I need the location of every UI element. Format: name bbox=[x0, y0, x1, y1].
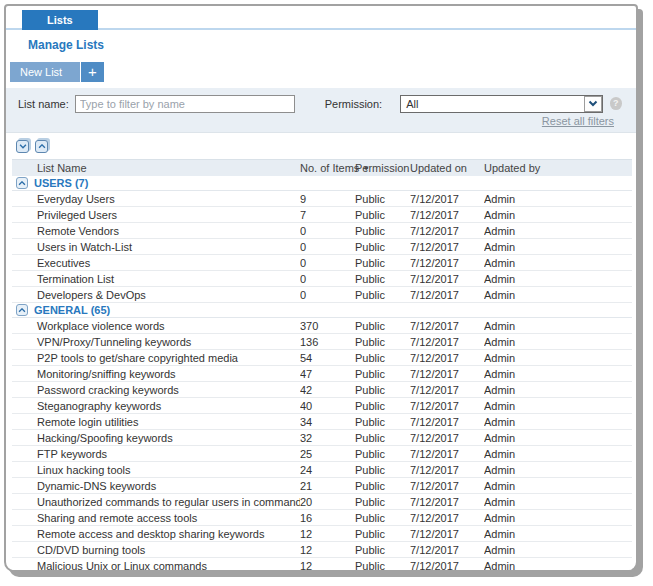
cell-list-name: Privileged Users bbox=[12, 209, 300, 221]
table-row[interactable]: Remote login utilities 34 Public 7/12/20… bbox=[12, 414, 632, 430]
cell-updated-by: Admin bbox=[484, 400, 632, 412]
table-row[interactable]: Remote access and desktop sharing keywor… bbox=[12, 526, 632, 542]
cell-list-name: CD/DVD burning tools bbox=[12, 544, 300, 556]
cell-items: 0 bbox=[300, 257, 355, 269]
table-row[interactable]: Privileged Users 7 Public 7/12/2017 Admi… bbox=[12, 207, 632, 223]
table-row[interactable]: P2P tools to get/share copyrighted media… bbox=[12, 350, 632, 366]
cell-updated-by: Admin bbox=[484, 528, 632, 540]
group-toggle-toolbar bbox=[6, 133, 636, 157]
lists-table: List Name No. of Items▼ Permission Updat… bbox=[12, 159, 632, 572]
cell-updated-by: Admin bbox=[484, 320, 632, 332]
new-list-label: New List bbox=[10, 62, 80, 82]
table-row[interactable]: Users in Watch-List 0 Public 7/12/2017 A… bbox=[12, 239, 632, 255]
cell-list-name: Workplace violence words bbox=[12, 320, 300, 332]
column-header-no-of-items[interactable]: No. of Items▼ bbox=[300, 162, 355, 174]
cell-updated-by: Admin bbox=[484, 209, 632, 221]
table-row[interactable]: Linux hacking tools 24 Public 7/12/2017 … bbox=[12, 462, 632, 478]
column-header-permission[interactable]: Permission bbox=[355, 162, 410, 174]
table-row[interactable]: VPN/Proxy/Tunneling keywords 136 Public … bbox=[12, 334, 632, 350]
table-row[interactable]: Hacking/Spoofing keywords 32 Public 7/12… bbox=[12, 430, 632, 446]
cell-list-name: Sharing and remote access tools bbox=[12, 512, 300, 524]
cell-permission: Public bbox=[355, 368, 410, 380]
table-row[interactable]: Dynamic-DNS keywords 21 Public 7/12/2017… bbox=[12, 478, 632, 494]
table-row[interactable]: Workplace violence words 370 Public 7/12… bbox=[12, 318, 632, 334]
collapse-group-icon[interactable] bbox=[16, 177, 28, 189]
cell-list-name: Termination List bbox=[12, 273, 300, 285]
cell-items: 42 bbox=[300, 384, 355, 396]
cell-list-name: VPN/Proxy/Tunneling keywords bbox=[12, 336, 300, 348]
cell-items: 21 bbox=[300, 480, 355, 492]
table-row[interactable]: Termination List 0 Public 7/12/2017 Admi… bbox=[12, 271, 632, 287]
cell-items: 20 bbox=[300, 496, 355, 508]
table-row[interactable]: Sharing and remote access tools 16 Publi… bbox=[12, 510, 632, 526]
table-row[interactable]: Password cracking keywords 42 Public 7/1… bbox=[12, 382, 632, 398]
cell-list-name: Linux hacking tools bbox=[12, 464, 300, 476]
group-header-row[interactable]: USERS (7) bbox=[12, 176, 632, 191]
cell-updated-by: Admin bbox=[484, 560, 632, 572]
cell-permission: Public bbox=[355, 448, 410, 460]
cell-updated-by: Admin bbox=[484, 225, 632, 237]
new-list-button[interactable]: New List + bbox=[10, 62, 104, 82]
cell-updated-on: 7/12/2017 bbox=[410, 416, 484, 428]
cell-items: 0 bbox=[300, 241, 355, 253]
cell-items: 24 bbox=[300, 464, 355, 476]
cell-updated-by: Admin bbox=[484, 480, 632, 492]
cell-updated-by: Admin bbox=[484, 496, 632, 508]
cell-updated-on: 7/12/2017 bbox=[410, 209, 484, 221]
cell-updated-on: 7/12/2017 bbox=[410, 464, 484, 476]
cell-list-name: Unauthorized commands to regular users i… bbox=[12, 496, 300, 508]
cell-updated-on: 7/12/2017 bbox=[410, 512, 484, 524]
column-header-updated-on[interactable]: Updated on bbox=[410, 162, 484, 174]
cell-permission: Public bbox=[355, 193, 410, 205]
cell-updated-by: Admin bbox=[484, 368, 632, 380]
cell-permission: Public bbox=[355, 241, 410, 253]
cell-list-name: Monitoring/sniffing keywords bbox=[12, 368, 300, 380]
cell-updated-on: 7/12/2017 bbox=[410, 560, 484, 572]
table-row[interactable]: Developers & DevOps 0 Public 7/12/2017 A… bbox=[12, 287, 632, 303]
help-icon[interactable]: ? bbox=[610, 97, 622, 110]
table-row[interactable]: Remote Vendors 0 Public 7/12/2017 Admin bbox=[12, 223, 632, 239]
cell-permission: Public bbox=[355, 209, 410, 221]
table-row[interactable]: CD/DVD burning tools 12 Public 7/12/2017… bbox=[12, 542, 632, 558]
table-row[interactable]: FTP keywords 25 Public 7/12/2017 Admin bbox=[12, 446, 632, 462]
table-row[interactable]: Everyday Users 9 Public 7/12/2017 Admin bbox=[12, 191, 632, 207]
cell-permission: Public bbox=[355, 560, 410, 572]
cell-updated-by: Admin bbox=[484, 512, 632, 524]
collapse-group-icon[interactable] bbox=[16, 304, 28, 316]
cell-updated-on: 7/12/2017 bbox=[410, 241, 484, 253]
cell-updated-on: 7/12/2017 bbox=[410, 289, 484, 301]
group-label: GENERAL (65) bbox=[34, 304, 110, 316]
cell-updated-on: 7/12/2017 bbox=[410, 480, 484, 492]
cell-permission: Public bbox=[355, 225, 410, 237]
chevron-down-icon[interactable] bbox=[584, 96, 602, 112]
table-row[interactable]: Monitoring/sniffing keywords 47 Public 7… bbox=[12, 366, 632, 382]
collapse-all-icon[interactable] bbox=[35, 140, 48, 153]
cell-updated-on: 7/12/2017 bbox=[410, 432, 484, 444]
cell-updated-by: Admin bbox=[484, 289, 632, 301]
group-header-row[interactable]: GENERAL (65) bbox=[12, 303, 632, 318]
cell-updated-on: 7/12/2017 bbox=[410, 336, 484, 348]
cell-updated-on: 7/12/2017 bbox=[410, 448, 484, 460]
group-label: USERS (7) bbox=[34, 177, 88, 189]
plus-icon[interactable]: + bbox=[81, 62, 104, 82]
tab-lists[interactable]: Lists bbox=[22, 10, 98, 30]
reset-all-filters-link[interactable]: Reset all filters bbox=[542, 115, 614, 127]
column-header-list-name[interactable]: List Name bbox=[12, 162, 300, 174]
table-row[interactable]: Executives 0 Public 7/12/2017 Admin bbox=[12, 255, 632, 271]
table-row[interactable]: Malicious Unix or Linux commands 12 Publ… bbox=[12, 558, 632, 572]
expand-all-icon[interactable] bbox=[16, 140, 29, 153]
cell-permission: Public bbox=[355, 400, 410, 412]
list-name-filter-input[interactable] bbox=[75, 95, 295, 113]
table-row[interactable]: Steganography keywords 40 Public 7/12/20… bbox=[12, 398, 632, 414]
cell-permission: Public bbox=[355, 384, 410, 396]
cell-updated-by: Admin bbox=[484, 544, 632, 556]
column-header-label: No. of Items bbox=[300, 162, 359, 174]
cell-updated-on: 7/12/2017 bbox=[410, 544, 484, 556]
cell-items: 12 bbox=[300, 560, 355, 572]
table-row[interactable]: Unauthorized commands to regular users i… bbox=[12, 494, 632, 510]
cell-items: 54 bbox=[300, 352, 355, 364]
column-header-updated-by[interactable]: Updated by bbox=[484, 162, 632, 174]
cell-items: 47 bbox=[300, 368, 355, 380]
permission-select[interactable]: All bbox=[400, 95, 602, 113]
cell-updated-by: Admin bbox=[484, 352, 632, 364]
